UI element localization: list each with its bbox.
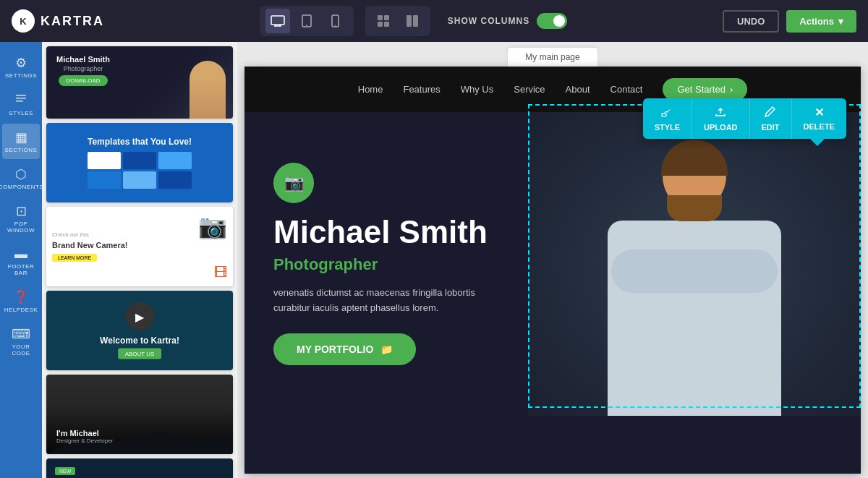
sidebar-settings-label: SETTINGS xyxy=(5,72,37,79)
svg-rect-16 xyxy=(16,101,23,102)
nav-cta-button[interactable]: Get Started › xyxy=(663,78,747,101)
svg-rect-8 xyxy=(378,15,383,20)
sidebar-components-label: COMPONENTS xyxy=(0,184,43,190)
your-code-icon: ⌨ xyxy=(12,326,30,342)
mobile-device-button[interactable] xyxy=(323,9,348,33)
template-card-6[interactable]: NEW I'm Peter Smith UI/UX Designer xyxy=(46,458,233,478)
show-columns-label: SHOW COLUMNS xyxy=(448,16,529,26)
canvas-area: My main page Home Features Why Us Servic… xyxy=(237,42,868,478)
template-1-title: Photographer xyxy=(56,65,110,72)
show-columns-toggle[interactable] xyxy=(537,13,567,29)
preview-hero: 📷 Michael Smith Photographer venenatis d… xyxy=(244,112,861,416)
template-card-4[interactable]: ▶ Welcome to Kartra! ABOUT US xyxy=(46,291,233,370)
undo-button[interactable]: UNDO xyxy=(723,10,779,33)
template-3-title: Brand New Camera! xyxy=(52,241,227,249)
styles-icon xyxy=(14,92,27,108)
sidebar-styles-label: STYLES xyxy=(9,110,33,116)
footer-bar-icon: ▬ xyxy=(14,247,27,262)
sidebar-item-components[interactable]: ⬡ COMPONENTS xyxy=(2,161,40,196)
svg-rect-15 xyxy=(16,98,26,99)
context-menu-edit[interactable]: EDIT xyxy=(750,98,792,139)
logo-text: KARTRA xyxy=(41,14,104,29)
context-upload-label: UPLOAD xyxy=(704,123,737,132)
sidebar-item-your-code[interactable]: ⌨ YOUR CODE xyxy=(2,320,40,362)
template-card-1[interactable]: Michael Smith Photographer DOWNLOAD xyxy=(46,46,233,119)
helpdesk-icon: ❓ xyxy=(13,289,29,305)
grid-layout-button[interactable] xyxy=(371,9,396,33)
nav-link-contact[interactable]: Contact xyxy=(610,84,643,95)
main-content: ⚙ SETTINGS STYLES ▦ SECTIONS ⬡ COMPONENT… xyxy=(0,42,868,478)
svg-rect-11 xyxy=(384,22,389,27)
sidebar-pop-label: POP WINDOW xyxy=(5,221,37,234)
svg-rect-13 xyxy=(413,15,418,27)
nav-link-features[interactable]: Features xyxy=(403,84,440,95)
hero-content: 📷 Michael Smith Photographer venenatis d… xyxy=(273,163,832,365)
svg-rect-17 xyxy=(662,114,666,116)
template-card-2[interactable]: Templates that You Love! xyxy=(46,123,233,202)
nav-link-home[interactable]: Home xyxy=(358,84,383,95)
template-1-button[interactable]: DOWNLOAD xyxy=(59,75,107,86)
svg-rect-12 xyxy=(407,15,412,27)
sidebar-sections-label: SECTIONS xyxy=(5,147,38,153)
sidebar-footer-label: FOOTER BAR xyxy=(5,263,37,276)
sidebar-item-sections[interactable]: ▦ SECTIONS xyxy=(2,124,40,159)
nav-link-about[interactable]: About xyxy=(566,84,590,95)
sidebar-icons: ⚙ SETTINGS STYLES ▦ SECTIONS ⬡ COMPONENT… xyxy=(0,42,42,478)
context-menu-style[interactable]: STYLE xyxy=(643,98,692,139)
nav-link-why-us[interactable]: Why Us xyxy=(461,84,494,95)
sidebar-item-settings[interactable]: ⚙ SETTINGS xyxy=(2,49,40,85)
hero-name: Michael Smith xyxy=(273,215,832,249)
canvas-tab[interactable]: My main page xyxy=(508,48,597,67)
context-menu: STYLE UPLOAD xyxy=(643,98,846,139)
context-edit-label: EDIT xyxy=(762,123,780,132)
hero-camera-icon: 📷 xyxy=(273,163,314,203)
pop-window-icon: ⊡ xyxy=(16,203,27,219)
show-columns-control: SHOW COLUMNS xyxy=(448,13,567,29)
sidebar-item-pop-window[interactable]: ⊡ POP WINDOW xyxy=(2,197,40,239)
context-menu-upload[interactable]: UPLOAD xyxy=(692,98,749,139)
device-selector xyxy=(260,6,354,36)
components-icon: ⬡ xyxy=(15,166,27,182)
actions-label: Actions xyxy=(799,16,834,27)
sidebar-item-styles[interactable]: STYLES xyxy=(2,86,40,122)
template-1-name: Michael Smith xyxy=(56,55,110,64)
svg-rect-14 xyxy=(16,95,26,96)
template-2-title: Templates that You Love! xyxy=(88,137,192,148)
context-style-label: STYLE xyxy=(655,123,680,132)
context-menu-delete[interactable]: ✕ DELETE xyxy=(792,98,846,139)
grid-selector xyxy=(365,6,430,36)
sidebar-item-footer-bar[interactable]: ▬ FOOTER BAR xyxy=(2,241,40,282)
hero-btn-icon: 📁 xyxy=(380,343,393,355)
hero-description: venenatis dictumst ac maecenas fringilla… xyxy=(273,286,490,316)
nav-cta-label: Get Started xyxy=(677,84,725,95)
sidebar-helpdesk-label: HELPDESK xyxy=(4,307,38,313)
hero-portfolio-button[interactable]: MY PORTFOLIO 📁 xyxy=(273,333,416,365)
template-card-3[interactable]: Check out this Brand New Camera! LEARN M… xyxy=(46,207,233,286)
column-layout-button[interactable] xyxy=(400,9,425,33)
context-delete-label: DELETE xyxy=(804,122,835,131)
template-4-button[interactable]: ABOUT US xyxy=(118,349,162,359)
template-4-title: Welcome to Kartra! xyxy=(100,336,179,346)
tablet-device-button[interactable] xyxy=(294,9,319,33)
actions-chevron-icon: ▾ xyxy=(838,16,843,27)
logo-icon: K xyxy=(12,9,35,33)
svg-rect-9 xyxy=(384,15,389,20)
topbar-right: UNDO Actions ▾ xyxy=(723,10,856,33)
template-card-5[interactable]: I'm Michael Designer & Developer xyxy=(46,375,233,454)
template-3-button[interactable]: LEARN MORE xyxy=(52,254,97,262)
logo: K KARTRA xyxy=(12,9,104,33)
nav-link-service[interactable]: Service xyxy=(514,84,545,95)
sections-icon: ▦ xyxy=(15,129,27,145)
sidebar-code-label: YOUR CODE xyxy=(5,343,37,357)
actions-button[interactable]: Actions ▾ xyxy=(786,10,856,33)
svg-rect-10 xyxy=(378,22,383,27)
templates-panel: Michael Smith Photographer DOWNLOAD Temp… xyxy=(42,42,237,478)
upload-icon xyxy=(715,106,726,120)
hero-btn-label: MY PORTFOLIO xyxy=(297,343,373,355)
nav-cta-chevron-icon: › xyxy=(730,84,733,95)
template-5-subtitle: Designer & Developer xyxy=(56,438,113,444)
logo-initial: K xyxy=(20,16,26,27)
delete-icon: ✕ xyxy=(814,106,824,119)
sidebar-item-helpdesk[interactable]: ❓ HELPDESK xyxy=(2,283,40,319)
desktop-device-button[interactable] xyxy=(265,9,290,33)
